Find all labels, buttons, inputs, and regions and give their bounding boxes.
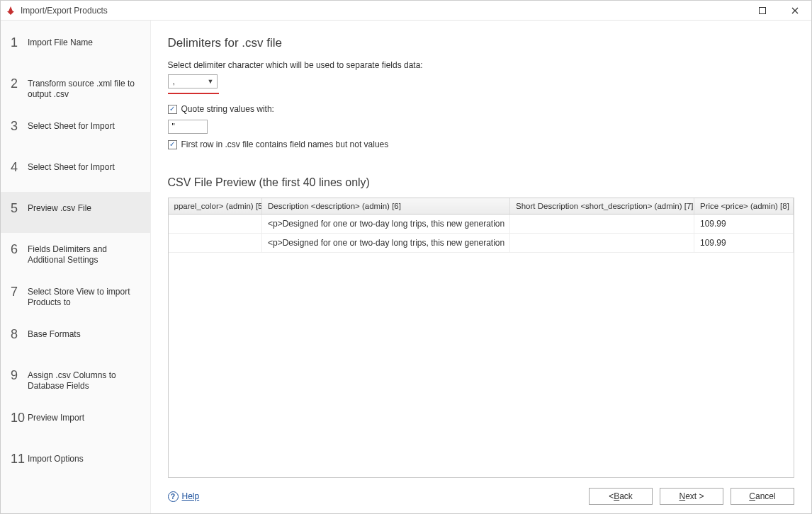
close-button[interactable]: [779, 1, 811, 21]
delimiter-instruction: Select delimiter character which will be…: [168, 60, 795, 70]
cell: [510, 234, 694, 253]
table-row[interactable]: <p>Designed for one or two-day long trip…: [169, 234, 794, 253]
delimiter-value: ,: [173, 76, 175, 86]
step-number: 10: [11, 411, 28, 424]
cell: [510, 215, 694, 234]
step-number: 1: [11, 36, 28, 49]
cancel-button[interactable]: Cancel: [731, 488, 794, 505]
cell: 109.99: [694, 234, 794, 253]
step-label: Assign .csv Columns to Database Fields: [28, 369, 142, 392]
help-icon: ?: [168, 491, 179, 502]
back-button[interactable]: < Back: [589, 488, 653, 505]
cell: [169, 234, 262, 253]
title-bar: Import/Export Products: [1, 1, 811, 21]
next-button[interactable]: Next >: [660, 488, 723, 505]
first-row-fieldnames-label: First row in .csv file contains field na…: [181, 139, 389, 149]
table-row[interactable]: <p>Designed for one or two-day long trip…: [169, 215, 794, 234]
quote-values-label: Quote string values with:: [181, 104, 274, 114]
cell: <p>Designed for one or two-day long trip…: [262, 234, 510, 253]
step-1[interactable]: 1 Import File Name: [1, 26, 150, 67]
cell: 109.99: [694, 215, 794, 234]
step-number: 9: [11, 369, 28, 382]
help-link[interactable]: ? Help: [168, 491, 200, 502]
step-4[interactable]: 4 Select Sheet for Import: [1, 151, 150, 192]
step-number: 7: [11, 285, 28, 298]
step-3[interactable]: 3 Select Sheet for Import: [1, 110, 150, 151]
highlight-underline: [168, 93, 219, 94]
step-number: 6: [11, 243, 28, 256]
column-header[interactable]: pparel_color> (admin) [5]: [169, 198, 262, 215]
step-number: 4: [11, 161, 28, 173]
wizard-steps-sidebar: 1 Import File Name 2 Transform source .x…: [1, 21, 151, 513]
step-label: Import File Name: [28, 36, 142, 48]
chevron-down-icon: ▼: [208, 78, 214, 85]
step-number: 8: [11, 328, 28, 341]
csv-preview-title: CSV File Preview (the first 40 lines onl…: [168, 176, 795, 189]
step-number: 11: [11, 452, 28, 465]
step-label: Preview Import: [28, 411, 142, 423]
step-10[interactable]: 10 Preview Import: [1, 401, 150, 442]
step-label: Transform source .xml file to output .cs…: [28, 77, 142, 100]
step-label: Select Sheet for Import: [28, 120, 142, 132]
column-header[interactable]: Short Description <short_description> (a…: [510, 198, 694, 215]
maximize-button[interactable]: [746, 1, 779, 21]
step-number: 3: [11, 120, 28, 132]
app-icon: [5, 5, 16, 16]
quote-char-input[interactable]: [168, 120, 208, 134]
column-header[interactable]: Description <description> (admin) [6]: [262, 198, 510, 215]
cell: <p>Designed for one or two-day long trip…: [262, 215, 510, 234]
step-5[interactable]: 5 Preview .csv File: [1, 192, 150, 233]
step-number: 5: [11, 202, 28, 215]
delimiter-select[interactable]: , ▼: [168, 74, 218, 88]
step-label: Import Options: [28, 452, 142, 464]
step-label: Base Formats: [28, 328, 142, 340]
step-label: Select Sheet for Import: [28, 161, 142, 173]
step-number: 2: [11, 77, 28, 90]
main-content: Delimiters for .csv file Select delimite…: [151, 21, 812, 513]
step-label: Select Store View to import Products to: [28, 285, 142, 308]
page-title: Delimiters for .csv file: [168, 36, 795, 50]
csv-preview-table: pparel_color> (admin) [5] Description <d…: [168, 198, 795, 478]
first-row-fieldnames-checkbox[interactable]: ✓: [168, 140, 177, 149]
step-label: Preview .csv File: [28, 202, 142, 214]
quote-values-checkbox[interactable]: ✓: [168, 105, 177, 114]
help-label: Help: [182, 491, 200, 501]
window-title: Import/Export Products: [21, 6, 108, 16]
step-7[interactable]: 7 Select Store View to import Products t…: [1, 275, 150, 318]
step-11[interactable]: 11 Import Options: [1, 442, 150, 484]
svg-rect-0: [760, 7, 766, 13]
step-8[interactable]: 8 Base Formats: [1, 318, 150, 359]
step-9[interactable]: 9 Assign .csv Columns to Database Fields: [1, 359, 150, 401]
step-6[interactable]: 6 Fields Delimiters and Additional Setti…: [1, 233, 150, 275]
step-2[interactable]: 2 Transform source .xml file to output .…: [1, 67, 150, 110]
cell: [169, 215, 262, 234]
wizard-footer: ? Help < Back Next > Cancel: [168, 478, 795, 505]
column-header[interactable]: Price <price> (admin) [8]: [694, 198, 794, 215]
step-label: Fields Delimiters and Additional Setting…: [28, 243, 142, 265]
